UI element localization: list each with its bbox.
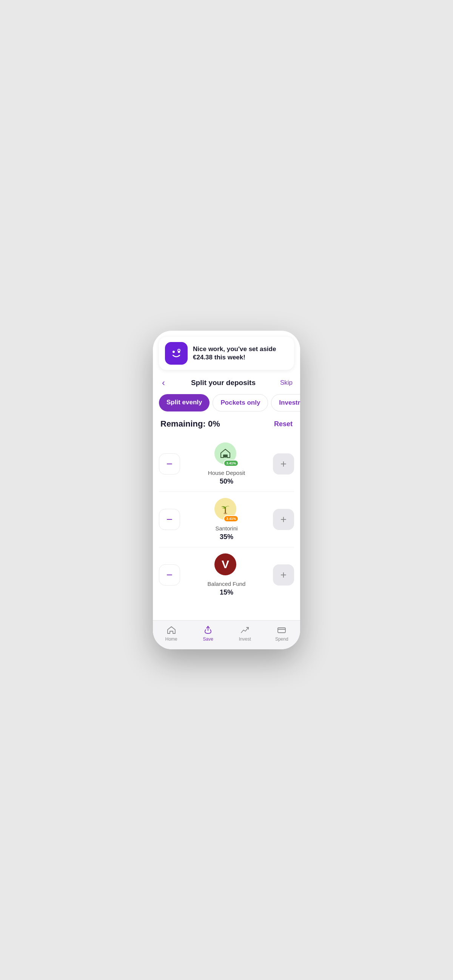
increase-santorini-button[interactable]: + [273, 509, 294, 530]
tab-pockets-only[interactable]: Pockets only [213, 394, 268, 412]
decrease-fund-button[interactable]: − [159, 564, 180, 585]
page-title: Split your deposits [191, 379, 256, 387]
santorini-percent: 35% [220, 533, 233, 541]
bottom-nav: Home Save Invest [153, 620, 300, 649]
svg-point-4 [178, 350, 180, 351]
house-deposit-name: House Deposit [208, 469, 245, 476]
santorini-badge: 3.41% [224, 515, 238, 522]
vanguard-icon-stack: V [215, 554, 238, 578]
svg-point-0 [169, 346, 183, 361]
balanced-fund-center: V Balanced Fund 15% [208, 554, 246, 597]
tab-investments[interactable]: Investments [271, 394, 300, 412]
santorini-icon-stack: 3.41% [215, 498, 238, 522]
increase-fund-button[interactable]: + [273, 564, 294, 585]
remaining-bar: Remaining: 0% Reset [153, 419, 300, 429]
nav-spend[interactable]: Spend [269, 625, 295, 642]
notification-text: Nice work, you've set aside €24.38 this … [193, 345, 288, 362]
invest-icon [240, 625, 250, 635]
santorini-name: Santorini [215, 525, 237, 531]
tab-switcher: Split evenly Pockets only Investments [153, 394, 300, 412]
decrease-santorini-button[interactable]: − [159, 509, 180, 530]
house-badge: 3.41% [224, 460, 238, 466]
nav-save[interactable]: Save [195, 625, 221, 642]
balanced-fund-name: Balanced Fund [208, 581, 246, 587]
svg-rect-5 [224, 455, 227, 458]
list-item: − 3.41% House Deposit 5 [159, 436, 294, 492]
nav-invest[interactable]: Invest [232, 625, 258, 642]
svg-rect-7 [278, 628, 285, 633]
notification-banner: Nice work, you've set aside €24.38 this … [159, 337, 294, 370]
save-icon [203, 625, 213, 635]
header: ‹ Split your deposits Skip [153, 373, 300, 394]
remaining-label: Remaining: 0% [161, 419, 220, 429]
list-item: − 3 [159, 492, 294, 547]
phone-container: Nice work, you've set aside €24.38 this … [153, 331, 300, 649]
back-button[interactable]: ‹ [161, 376, 167, 390]
nav-spend-label: Spend [275, 636, 288, 642]
reset-button[interactable]: Reset [274, 420, 292, 428]
santorini-center: 3.41% Santorini 35% [215, 498, 238, 541]
screen: Nice work, you've set aside €24.38 this … [153, 331, 300, 649]
nav-home[interactable]: Home [158, 625, 184, 642]
decrease-house-button[interactable]: − [159, 453, 180, 474]
tab-split-evenly[interactable]: Split evenly [159, 394, 210, 412]
nav-home-label: Home [165, 636, 177, 642]
app-icon [165, 342, 188, 365]
house-deposit-center: 3.41% House Deposit 50% [208, 442, 245, 485]
list-item: − V Balanced Fund 15% + [159, 547, 294, 603]
balanced-fund-percent: 15% [220, 589, 233, 597]
items-list: − 3.41% House Deposit 5 [153, 436, 300, 620]
house-deposit-percent: 50% [220, 477, 233, 485]
spend-icon [277, 625, 286, 635]
svg-point-6 [224, 513, 227, 514]
svg-point-1 [173, 351, 175, 353]
skip-button[interactable]: Skip [280, 379, 292, 387]
vanguard-icon: V [215, 554, 236, 575]
home-icon [167, 625, 176, 635]
increase-house-button[interactable]: + [273, 453, 294, 474]
nav-save-label: Save [203, 636, 213, 642]
nav-invest-label: Invest [239, 636, 251, 642]
house-icon-stack: 3.41% [215, 442, 238, 466]
